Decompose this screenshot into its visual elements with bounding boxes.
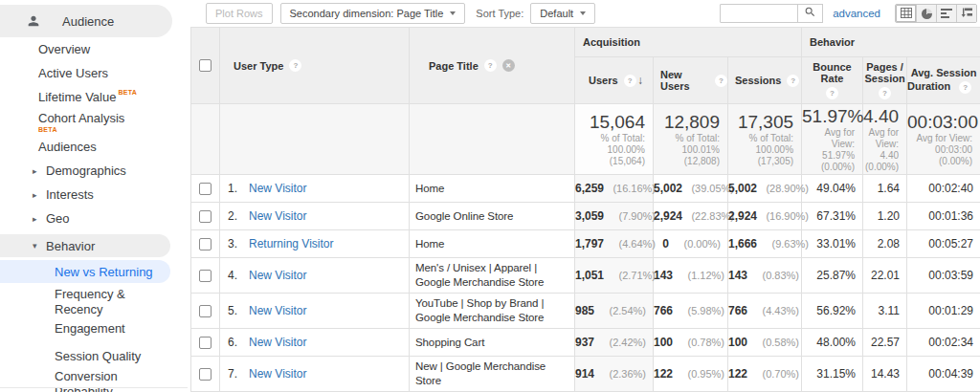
column-header-avg-duration[interactable]: Avg. Session Duration?: [907, 57, 980, 104]
help-icon[interactable]: ?: [959, 81, 971, 94]
users-cell: 6,259(16.16%): [575, 175, 654, 203]
sidebar-item-engagement[interactable]: Engagement: [0, 316, 188, 339]
sessions-cell: 2,924(16.90%): [728, 203, 802, 230]
users-cell: 914(2.36%): [575, 357, 654, 392]
report-area: Plot Rows Secondary dimension: Page Titl…: [188, 0, 980, 392]
sidebar-item-conversion-probability[interactable]: Conversion Probability BETA: [0, 367, 188, 392]
performance-view-button[interactable]: [936, 5, 956, 22]
help-icon[interactable]: ?: [289, 59, 301, 72]
help-icon[interactable]: ?: [787, 75, 799, 87]
sidebar-item-frequency-recency[interactable]: Frequency & Recency: [0, 284, 188, 316]
sessions-cell: 5,002(28.90%): [728, 175, 802, 203]
user-type-cell: 6.New Visitor: [220, 329, 410, 357]
page-title-cell: Men's / Unisex | Apparel | Google Mercha…: [410, 258, 575, 294]
sort-desc-icon: ↓: [637, 74, 643, 87]
user-type-link[interactable]: New Visitor: [249, 367, 306, 381]
sidebar-item-demographics[interactable]: ▸ Demographics: [0, 159, 188, 183]
column-header-user-type[interactable]: User Type?: [220, 28, 410, 104]
page-title-cell: Shopping Cart: [410, 329, 575, 357]
row-checkbox[interactable]: [199, 183, 212, 195]
report-table: User Type? Page Title?✕ Acquisition Beha…: [190, 27, 980, 392]
users-cell: 1,797(4.64%): [575, 230, 654, 258]
column-header-page-title[interactable]: Page Title?✕: [410, 28, 575, 104]
sort-type-label: Sort Type:: [476, 8, 523, 19]
remove-secondary-dimension-icon[interactable]: ✕: [502, 59, 515, 72]
sidebar-item-active-users[interactable]: Active Users: [0, 61, 188, 85]
column-header-pages-session[interactable]: Pages /Session?: [863, 57, 907, 104]
plot-rows-button[interactable]: Plot Rows: [206, 3, 273, 24]
bounce-rate-cell: 67.31%: [802, 203, 863, 230]
table-row: 3.Returning Visitor Home 1,797(4.64%) 0(…: [191, 230, 980, 258]
user-type-link[interactable]: New Visitor: [249, 182, 306, 195]
page-title-cell: Google Online Store: [410, 203, 575, 230]
table-row: 5.New Visitor YouTube | Shop by Brand | …: [191, 294, 980, 329]
row-checkbox[interactable]: [199, 368, 212, 381]
help-icon[interactable]: ?: [484, 59, 497, 72]
user-type-link[interactable]: New Visitor: [249, 209, 306, 223]
sidebar-item-interests[interactable]: ▸ Interests: [0, 183, 188, 207]
sidebar-item-new-vs-returning[interactable]: New vs Returning: [0, 260, 170, 283]
caret-down-icon: [580, 11, 586, 15]
select-all-checkbox[interactable]: [199, 59, 212, 72]
search-input[interactable]: [720, 4, 798, 23]
advanced-search-link[interactable]: advanced: [833, 8, 880, 19]
chevron-right-icon: ▸: [33, 166, 41, 176]
user-type-link[interactable]: Returning Visitor: [249, 237, 334, 250]
row-checkbox[interactable]: [199, 305, 212, 317]
sidebar-section-audience[interactable]: Audience: [0, 5, 172, 37]
user-type-link[interactable]: New Visitor: [249, 269, 306, 282]
chevron-right-icon: ▸: [33, 190, 41, 200]
row-checkbox[interactable]: [199, 210, 212, 223]
checkbox-cell: [191, 258, 220, 294]
pages-session-cell: 1.20: [863, 203, 907, 230]
users-cell: 1,051(2.71%): [575, 258, 654, 294]
totals-row: 15,064 % of Total:100.00%(15,064) 12,809…: [191, 104, 980, 175]
column-header-sessions[interactable]: Sessions?: [728, 57, 802, 104]
pages-session-cell: 3.11: [863, 294, 907, 329]
sidebar-item-audiences[interactable]: Audiences: [0, 135, 188, 159]
avg-duration-cell: 00:01:36: [907, 203, 980, 230]
pages-session-cell: 2.08: [863, 230, 907, 258]
help-icon[interactable]: ?: [879, 87, 891, 99]
bounce-rate-cell: 25.87%: [802, 258, 863, 294]
user-type-link[interactable]: New Visitor: [249, 336, 306, 349]
pivot-view-button[interactable]: [956, 5, 976, 22]
secondary-dimension-dropdown[interactable]: Secondary dimension: Page Title: [280, 3, 466, 24]
search-icon: [804, 5, 816, 22]
sort-type-dropdown[interactable]: Default: [530, 3, 595, 24]
row-checkbox[interactable]: [199, 270, 212, 282]
bounce-rate-cell: 49.04%: [802, 175, 863, 203]
new-users-cell: 5,002(39.05%): [654, 175, 728, 203]
column-header-bounce-rate[interactable]: Bounce Rate?: [802, 57, 863, 104]
chevron-right-icon: ▸: [33, 214, 41, 224]
help-icon[interactable]: ?: [715, 75, 727, 87]
sidebar-item-cohort-analysis[interactable]: Cohort Analysis BETA: [0, 109, 188, 135]
sidebar-item-behavior[interactable]: ▾ Behavior: [0, 234, 170, 257]
help-icon[interactable]: ?: [826, 87, 838, 99]
sidebar-item-geo[interactable]: ▸ Geo: [0, 207, 188, 230]
sessions-cell: 143(0.83%): [728, 258, 802, 294]
new-users-cell: 2,924(22.83%): [654, 203, 728, 230]
sidebar-item-overview[interactable]: Overview: [0, 37, 188, 61]
column-header-new-users[interactable]: New Users?: [654, 57, 728, 104]
table-view-icon: [901, 5, 912, 22]
row-checkbox[interactable]: [199, 238, 212, 250]
sidebar-item-session-quality[interactable]: Session Quality: [0, 344, 188, 367]
row-checkbox[interactable]: [199, 337, 212, 349]
sidebar-item-lifetime-value[interactable]: Lifetime ValueBETA: [0, 85, 188, 109]
users-cell: 985(2.54%): [575, 294, 654, 329]
table-row: 4.New Visitor Men's / Unisex | Apparel |…: [191, 258, 980, 294]
checkbox-cell: [191, 175, 220, 203]
users-cell: 937(2.42%): [575, 329, 654, 357]
user-type-link[interactable]: New Visitor: [249, 304, 306, 317]
user-type-cell: 7.New Visitor: [220, 357, 410, 392]
checkbox-cell: [191, 294, 220, 329]
search-button[interactable]: [797, 4, 823, 23]
table-view-button[interactable]: [896, 5, 916, 22]
percentage-view-button[interactable]: [916, 5, 936, 22]
column-header-users[interactable]: Users?↓: [575, 57, 654, 104]
table-row: 2.New Visitor Google Online Store 3,059(…: [191, 203, 980, 230]
page-title-cell: New | Google Merchandise Store: [410, 357, 575, 392]
help-icon[interactable]: ?: [624, 75, 636, 87]
new-users-cell: 143(1.12%): [654, 258, 728, 294]
